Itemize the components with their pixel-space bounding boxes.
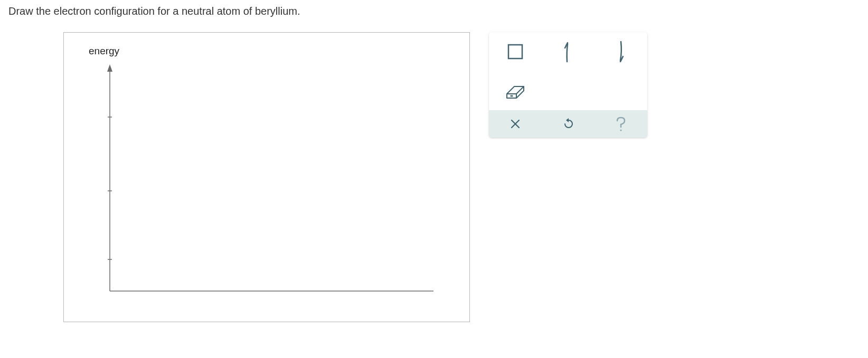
close-icon (510, 119, 521, 129)
orbital-box-icon (507, 44, 523, 60)
spin-up-tool[interactable] (542, 32, 595, 71)
workspace: energy (8, 32, 860, 322)
drawing-canvas[interactable]: energy (63, 32, 470, 322)
tool-palette (489, 32, 647, 138)
question-mark-icon (615, 116, 627, 132)
action-row (489, 110, 647, 138)
undo-button[interactable] (542, 110, 595, 138)
eraser-icon (504, 82, 527, 99)
energy-axis (64, 33, 470, 323)
tool-row-1 (489, 32, 647, 71)
svg-rect-6 (508, 45, 522, 59)
clear-button[interactable] (489, 110, 542, 138)
svg-point-11 (620, 129, 621, 131)
tool-row-2 (489, 71, 647, 110)
empty-cell-1 (542, 71, 595, 110)
svg-marker-2 (107, 64, 112, 72)
undo-icon (562, 118, 574, 130)
svg-point-7 (511, 95, 513, 96)
orbital-box-tool[interactable] (489, 32, 542, 71)
spin-up-arrow-icon (561, 40, 575, 64)
spin-down-tool[interactable] (595, 32, 647, 71)
spin-down-arrow-icon (614, 40, 628, 64)
empty-cell-2 (595, 71, 647, 110)
question-prompt: Draw the electron configuration for a ne… (8, 5, 860, 17)
svg-marker-10 (566, 118, 569, 122)
help-button[interactable] (595, 110, 647, 138)
eraser-tool[interactable] (489, 71, 542, 110)
